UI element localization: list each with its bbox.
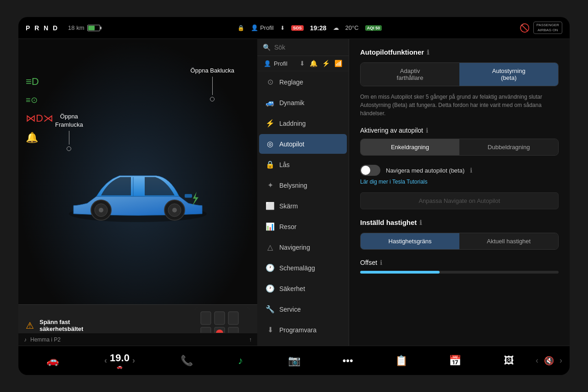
belysning-icon: ✦ <box>266 181 275 190</box>
laddning-icon: ⚡ <box>266 119 275 128</box>
bottom-browser[interactable]: 📋 <box>374 355 428 367</box>
profile-button[interactable]: 👤 Profil <box>251 24 274 31</box>
bottom-more[interactable]: ••• <box>321 355 375 367</box>
svg-rect-11 <box>228 312 238 325</box>
prev-track-arrow[interactable]: ‹ <box>536 356 538 365</box>
profile-icon: 👤 <box>251 24 258 31</box>
tesla-tutorials-link[interactable]: Lär dig mer i Tesla Tutorials <box>360 179 559 185</box>
programvara-icon: ⬇ <box>266 325 275 334</box>
menu-panel: 🔍 👤 Profil ⬇ 🔔 ⚡ 📶 ⊙ <box>257 39 349 346</box>
battery-km: 18 km <box>68 24 84 31</box>
bottom-calendar[interactable]: 📅 <box>428 355 482 367</box>
search-icon: 🔍 <box>263 44 271 51</box>
navigera-toggle[interactable] <box>360 165 380 176</box>
btn-enkeldragning[interactable]: Enkeldragning <box>361 139 459 155</box>
anpassa-btn: Anpassa Navigate on Autopilot <box>360 192 559 209</box>
info-icon-autopilot[interactable]: ℹ <box>427 49 429 56</box>
offset-section: Offset ℹ <box>360 259 559 274</box>
aktivering-section: Aktivering av autopilot ℹ Enkeldragning … <box>360 127 559 156</box>
time-display: 19:28 <box>310 24 327 32</box>
speed-down-arrow[interactable]: ‹ <box>104 356 107 365</box>
status-right: 🚫 PASSENGERAIRBAG ON <box>520 22 562 34</box>
calendar-icon: 📅 <box>449 355 461 367</box>
menu-item-belysning[interactable]: ✦ Belysning <box>259 175 347 195</box>
battery-info: 18 km <box>68 24 100 31</box>
person-icon: 👤 <box>264 60 271 67</box>
autopilot-icon: ◎ <box>266 140 275 148</box>
bottom-camera[interactable]: 📷 <box>267 355 321 367</box>
settings-panel: Autopilotfunktioner ℹ Adaptivfarthållare… <box>349 39 570 346</box>
hastighet-group: Hastighetsgräns Aktuell hastighet <box>360 233 559 250</box>
bottom-bar: 🚗 ‹ 19.0 🚗 › 📞 ♪ 📷 ••• <box>18 346 570 375</box>
search-input[interactable] <box>274 44 349 51</box>
btn-autostyrning[interactable]: Autostyrning(beta) <box>459 63 558 86</box>
info-icon-offset[interactable]: ℹ <box>380 259 382 266</box>
volume-icon[interactable]: 🔇 <box>544 356 554 366</box>
menu-list: ⊙ Reglage 🚙 Dynamik ⚡ Laddning ◎ Autopil… <box>257 71 349 346</box>
download-menu-icon[interactable]: ⬇ <box>300 60 305 67</box>
person-icon: 🚫 <box>520 23 530 33</box>
menu-item-resor[interactable]: 📊 Resor <box>259 217 347 236</box>
car-icon: 🚗 <box>46 355 59 367</box>
bottom-spotify[interactable]: ♪ <box>214 355 267 367</box>
menu-item-reglage[interactable]: ⊙ Reglage <box>259 72 347 92</box>
hastighet-section: Inställd hastighet ℹ Hastighetsgräns Akt… <box>360 218 559 250</box>
menu-profile[interactable]: 👤 Profil <box>264 60 288 67</box>
menu-item-dynamik[interactable]: 🚙 Dynamik <box>259 93 347 112</box>
menu-item-autopilot[interactable]: ◎ Autopilot <box>259 134 347 154</box>
navigera-toggle-row: Navigera med autopilot (beta) ℹ <box>360 165 559 176</box>
bottom-car[interactable]: 🚗 <box>26 355 79 367</box>
aktivering-group: Enkeldragning Dubbeldragning <box>360 139 559 156</box>
info-icon-hastighet[interactable]: ℹ <box>419 219 422 226</box>
car-panel: ≡D ≡⊙ ⋈D⋊ 🔔 Öppna Baklucka ÖppnaFramluck… <box>18 39 257 346</box>
bottom-phone[interactable]: 📞 <box>160 355 214 367</box>
offset-bar[interactable] <box>360 271 559 274</box>
car-illustration <box>60 146 216 230</box>
bell-icon[interactable]: 🔔 <box>310 60 317 67</box>
navigera-section: Navigera med autopilot (beta) ℹ Lär dig … <box>360 165 559 209</box>
car-image-area: ≡D ≡⊙ ⋈D⋊ 🔔 Öppna Baklucka ÖppnaFramluck… <box>18 39 257 346</box>
speed-up-arrow[interactable]: › <box>132 356 135 365</box>
bottom-right-controls: ‹ 🔇 › <box>536 356 562 366</box>
svg-rect-9 <box>201 312 211 325</box>
next-track-arrow[interactable]: › <box>560 356 562 365</box>
autopilot-function-group: Adaptivfarthållare Autostyrning(beta) <box>360 62 559 86</box>
autopilot-functions-title: Autopilotfunktioner ℹ <box>360 48 559 56</box>
menu-item-service[interactable]: 🔧 Service <box>259 299 347 319</box>
bottom-speed[interactable]: ‹ 19.0 🚗 › <box>79 352 160 369</box>
info-icon-navigera[interactable]: ℹ <box>470 167 472 174</box>
info-icon-aktivering[interactable]: ℹ <box>426 127 428 134</box>
left-icons: ≡D ≡⊙ ⋈D⋊ 🔔 <box>26 76 53 144</box>
more-icon: ••• <box>343 355 353 367</box>
speed-unit: 🚗 <box>117 364 122 369</box>
bottom-photos[interactable]: 🖼 <box>482 355 536 367</box>
menu-item-schemalägg[interactable]: 🕐 Schemalägg <box>259 258 347 278</box>
profile-label: Profil <box>260 24 274 31</box>
photos-icon: 🖼 <box>504 355 514 367</box>
reglage-icon: ⊙ <box>266 78 275 86</box>
btn-adaptiv-farthallare[interactable]: Adaptivfarthållare <box>361 63 459 86</box>
aqi-badge: AQI 50 <box>365 25 382 31</box>
menu-item-las[interactable]: 🔒 Lås <box>259 155 347 174</box>
bluetooth-icon[interactable]: ⚡ <box>322 60 330 67</box>
btn-aktuell-hastighet[interactable]: Aktuell hastighet <box>459 233 558 249</box>
menu-item-laddning[interactable]: ⚡ Laddning <box>259 113 347 133</box>
prnd-display: P R N D <box>26 24 59 32</box>
phone-icon: 📞 <box>181 355 193 367</box>
front-lid-label: ÖppnaFramlucka <box>55 112 83 151</box>
menu-item-sakerhet[interactable]: 🕐 Säkerhet <box>259 279 347 298</box>
lock-icon: 🔒 <box>237 25 244 31</box>
btn-dubbeldragning[interactable]: Dubbeldragning <box>459 139 558 155</box>
passenger-airbag: PASSENGERAIRBAG ON <box>533 22 562 34</box>
fog-icon: ≡⊙ <box>26 95 53 105</box>
menu-item-skarm[interactable]: ⬜ Skärm <box>259 196 347 216</box>
browser-icon: 📋 <box>395 355 407 367</box>
service-icon: 🔧 <box>266 305 275 314</box>
status-center: 🔒 👤 Profil ⬇ SOS 19:28 ☁ 20°C AQI 50 <box>237 24 382 32</box>
spotify-icon: ♪ <box>238 355 243 367</box>
menu-item-navigering[interactable]: △ Navigering <box>259 237 347 257</box>
battery-icon <box>87 25 100 31</box>
menu-item-programvara[interactable]: ⬇ Programvara <box>259 320 347 340</box>
btn-hastighetsgrans[interactable]: Hastighetsgräns <box>361 233 459 249</box>
temperature-display: 20°C <box>345 24 359 31</box>
